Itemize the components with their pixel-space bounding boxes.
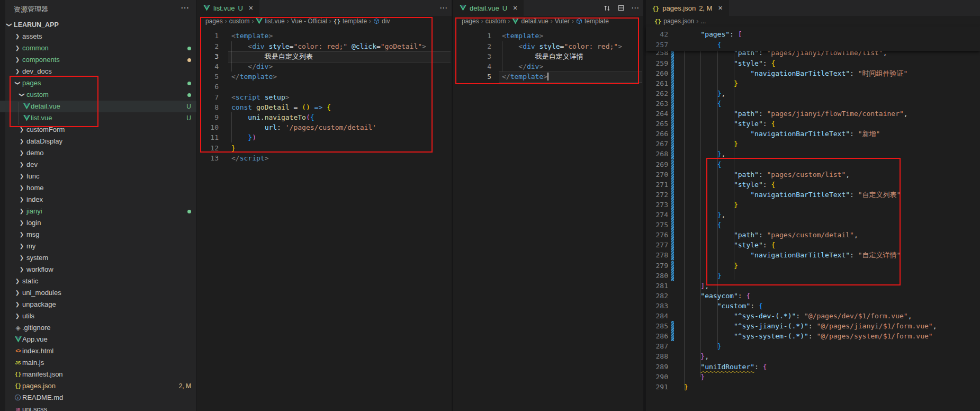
tree-item-LEARUN_APP[interactable]: ❯LEARUN_APP bbox=[0, 19, 196, 31]
code-area[interactable]: 1 <template> 2 <div style="color: red;">… bbox=[453, 0, 643, 411]
tree-item-custom[interactable]: ❯custom bbox=[0, 89, 196, 101]
line-number: 286 bbox=[646, 331, 668, 341]
tree-item-func[interactable]: ❯func bbox=[0, 171, 196, 182]
chevron-right-icon[interactable]: ❯ bbox=[19, 136, 24, 147]
tree-item-label: demo bbox=[26, 147, 44, 159]
tree-item-detail.vue[interactable]: detail.vueU bbox=[0, 101, 196, 112]
tree-item-main.js[interactable]: JSmain.js bbox=[0, 357, 196, 369]
chevron-right-icon[interactable]: ❯ bbox=[19, 147, 24, 159]
tree-item-label: home bbox=[26, 182, 44, 194]
chevron-right-icon[interactable]: ❯ bbox=[15, 275, 20, 287]
chevron-right-icon[interactable]: ❯ bbox=[15, 287, 20, 299]
chevron-right-icon[interactable]: ❯ bbox=[15, 42, 20, 54]
tree-item-customForm[interactable]: ❯customForm bbox=[0, 124, 196, 136]
tree-item-label: unpackage bbox=[22, 299, 56, 310]
tree-item-jianyi[interactable]: ❯jianyi bbox=[0, 206, 196, 217]
chevron-right-icon[interactable]: ❯ bbox=[19, 240, 24, 252]
tree-item-list.vue[interactable]: list.vueU bbox=[0, 112, 196, 124]
tree-item-dev[interactable]: ❯dev bbox=[0, 159, 196, 171]
code-line-268: 268 }, bbox=[646, 149, 980, 159]
json-icon: {} bbox=[14, 369, 21, 380]
tree-item-index.html[interactable]: <>index.html bbox=[0, 345, 196, 357]
chevron-right-icon[interactable]: ❯ bbox=[19, 217, 24, 229]
tree-item-index[interactable]: ❯index bbox=[0, 194, 196, 206]
line-number: 11 bbox=[197, 132, 219, 142]
line-number: 8 bbox=[197, 102, 219, 112]
line-number: 3 bbox=[197, 51, 219, 61]
tree-item-login[interactable]: ❯login bbox=[0, 217, 196, 229]
tree-item-label: workflow bbox=[26, 264, 53, 275]
tree-item-demo[interactable]: ❯demo bbox=[0, 147, 196, 159]
chevron-right-icon[interactable]: ❯ bbox=[19, 264, 24, 275]
tree-item-common[interactable]: ❯common bbox=[0, 42, 196, 54]
editor-group-pages-json: {} pages.json 2, M × {}pages.json›... 25… bbox=[646, 0, 980, 411]
tree-item-label: utils bbox=[22, 310, 34, 322]
tree-item-manifest.json[interactable]: {}manifest.json bbox=[0, 369, 196, 380]
git-status-badge: U bbox=[186, 112, 191, 124]
code-line-272: 272 "navigationBarTitleText": "自定义列表" bbox=[646, 190, 980, 200]
tree-item-workflow[interactable]: ❯workflow bbox=[0, 264, 196, 275]
chevron-right-icon[interactable]: ❯ bbox=[15, 31, 20, 42]
code-line-269: 269 { bbox=[646, 159, 980, 169]
line-number: 6 bbox=[197, 82, 219, 92]
code-line-270: 270 "path": "pages/custom/list", bbox=[646, 169, 980, 180]
tree-item-App.vue[interactable]: App.vue bbox=[0, 334, 196, 345]
line-number: 288 bbox=[646, 351, 668, 361]
chevron-right-icon[interactable]: ❯ bbox=[19, 159, 24, 171]
tree-item-uni.scss[interactable]: ≋uni.scss bbox=[0, 404, 196, 411]
code-line-1: 1 <template> bbox=[453, 31, 643, 41]
code-line-11: 11 }) bbox=[197, 132, 452, 142]
chevron-right-icon[interactable]: ❯ bbox=[19, 194, 24, 206]
tree-item-pages[interactable]: ❯pages bbox=[0, 77, 196, 89]
tree-item-label: my bbox=[26, 240, 35, 252]
tree-item-README.md[interactable]: ⓘREADME.md bbox=[0, 392, 196, 404]
tree-item-pages.json[interactable]: {}pages.json2, M bbox=[0, 380, 196, 392]
tree-item-msg[interactable]: ❯msg bbox=[0, 229, 196, 240]
code-line-276: 276 "path": "pages/custom/detail", bbox=[646, 230, 980, 240]
tree-item-dev_docs[interactable]: ❯dev_docs bbox=[0, 66, 196, 77]
line-number: 272 bbox=[646, 190, 668, 200]
line-number: 264 bbox=[646, 109, 668, 119]
code-line-2: 2 <div style="color: red;" @click="goDet… bbox=[197, 41, 452, 51]
tree-item-uni_modules[interactable]: ❯uni_modules bbox=[0, 287, 196, 299]
code-line-13: 13 </script> bbox=[197, 153, 452, 163]
code-area[interactable]: 1 <template> 2 <div style="color: red;" … bbox=[197, 0, 452, 411]
chevron-down-icon[interactable]: ❯ bbox=[16, 92, 28, 97]
tree-item-label: func bbox=[26, 171, 40, 182]
tree-item-label: pages bbox=[22, 77, 41, 89]
code-line-9: 9 uni.navigateTo({ bbox=[197, 112, 452, 122]
chevron-down-icon[interactable]: ❯ bbox=[12, 81, 23, 86]
chevron-right-icon[interactable]: ❯ bbox=[19, 252, 24, 264]
tree-item-label: uni.scss bbox=[22, 404, 47, 411]
chevron-right-icon[interactable]: ❯ bbox=[19, 182, 24, 194]
chevron-right-icon[interactable]: ❯ bbox=[19, 171, 24, 182]
explorer-more-icon[interactable]: ⋯ bbox=[181, 3, 190, 13]
tree-item-home[interactable]: ❯home bbox=[0, 182, 196, 194]
line-number: 276 bbox=[646, 230, 668, 240]
tree-item-dataDisplay[interactable]: ❯dataDisplay bbox=[0, 136, 196, 147]
tree-item-unpackage[interactable]: ❯unpackage bbox=[0, 299, 196, 310]
tree-item-assets[interactable]: ❯assets bbox=[0, 31, 196, 42]
tree-item-label: jianyi bbox=[26, 206, 42, 217]
tree-item-utils[interactable]: ❯utils bbox=[0, 310, 196, 322]
chevron-right-icon[interactable]: ❯ bbox=[19, 124, 24, 136]
line-number: 280 bbox=[646, 271, 668, 281]
tree-item-my[interactable]: ❯my bbox=[0, 240, 196, 252]
chevron-right-icon[interactable]: ❯ bbox=[15, 54, 20, 66]
git-status-dot bbox=[187, 93, 191, 97]
chevron-right-icon[interactable]: ❯ bbox=[15, 299, 20, 310]
tree-item-system[interactable]: ❯system bbox=[0, 252, 196, 264]
tree-item-.gitignore[interactable]: ◈.gitignore bbox=[0, 322, 196, 334]
chevron-right-icon[interactable]: ❯ bbox=[15, 310, 20, 322]
chevron-right-icon[interactable]: ❯ bbox=[19, 206, 24, 217]
code-area[interactable]: 258 "path": "pages/jianyi/flowTime/list"… bbox=[646, 0, 980, 411]
tree-item-components[interactable]: ❯components bbox=[0, 54, 196, 66]
chevron-right-icon[interactable]: ❯ bbox=[15, 66, 20, 77]
line-number: 7 bbox=[197, 92, 219, 102]
chevron-right-icon[interactable]: ❯ bbox=[19, 229, 24, 240]
chevron-down-icon[interactable]: ❯ bbox=[3, 22, 15, 28]
tree-item-label: msg bbox=[26, 229, 40, 240]
tree-item-static[interactable]: ❯static bbox=[0, 275, 196, 287]
sticky-scroll[interactable]: 42 "pages": [ 257 { bbox=[646, 26, 980, 51]
line-number: 283 bbox=[646, 301, 668, 311]
